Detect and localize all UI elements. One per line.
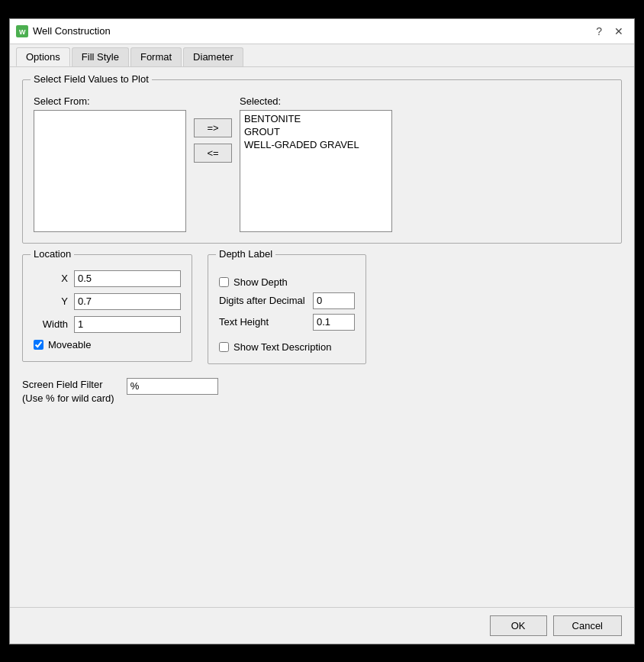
footer: OK Cancel	[10, 607, 634, 644]
text-height-row: Text Height	[219, 314, 355, 331]
select-fields-layout: Select From: => <= Selected: BENTONITE G…	[34, 95, 610, 232]
selected-listbox[interactable]: BENTONITE GROUT WELL-GRADED GRAVEL	[240, 110, 392, 232]
list-item: BENTONITE	[242, 112, 390, 125]
location-title: Location	[31, 248, 74, 260]
select-fields-group: Select Field Values to Plot Select From:…	[22, 79, 622, 244]
show-depth-row: Show Depth	[219, 276, 355, 288]
remove-button[interactable]: <=	[194, 144, 232, 163]
show-text-checkbox[interactable]	[219, 342, 229, 352]
selected-col: Selected: BENTONITE GROUT WELL-GRADED GR…	[240, 95, 392, 232]
bottom-section: Location X Y Width Moveable	[22, 254, 622, 364]
select-fields-title: Select Field Values to Plot	[31, 73, 152, 85]
tabs-bar: Options Fill Style Format Diameter	[10, 44, 634, 67]
app-icon: W	[16, 25, 28, 37]
digits-input[interactable]	[313, 292, 355, 309]
from-col: Select From:	[34, 95, 186, 232]
screen-filter-row: Screen Field Filter (Use % for wild card…	[22, 378, 622, 405]
width-label: Width	[34, 318, 68, 330]
text-height-input[interactable]	[313, 314, 355, 331]
screen-filter-label: Screen Field Filter (Use % for wild card…	[22, 378, 114, 405]
digits-row: Digits after Decimal	[219, 292, 355, 309]
digits-label: Digits after Decimal	[219, 295, 307, 306]
show-depth-checkbox[interactable]	[219, 277, 229, 287]
text-height-label: Text Height	[219, 316, 307, 328]
window-title: Well Construction	[33, 25, 587, 37]
screen-filter-section: Screen Field Filter (Use % for wild card…	[22, 378, 622, 405]
close-button[interactable]: ✕	[610, 24, 628, 39]
y-row: Y	[34, 293, 181, 310]
y-input[interactable]	[74, 293, 181, 310]
moveable-checkbox[interactable]	[34, 340, 43, 350]
cancel-button[interactable]: Cancel	[553, 615, 622, 636]
width-row: Width	[34, 316, 181, 333]
tab-fill-style[interactable]: Fill Style	[72, 47, 129, 66]
location-group: Location X Y Width Moveable	[22, 254, 192, 362]
tab-diameter[interactable]: Diameter	[183, 47, 243, 66]
depth-label-title: Depth Label	[216, 248, 275, 260]
main-content: Select Field Values to Plot Select From:…	[10, 67, 634, 607]
y-label: Y	[34, 295, 68, 307]
title-bar: W Well Construction ? ✕	[10, 19, 634, 44]
depth-inner: Show Depth Digits after Decimal Text Hei…	[219, 270, 355, 331]
main-window: W Well Construction ? ✕ Options Fill Sty…	[9, 18, 635, 644]
show-text-label: Show Text Description	[233, 341, 331, 353]
show-depth-label: Show Depth	[233, 276, 288, 288]
svg-text:W: W	[19, 28, 26, 36]
x-row: X	[34, 270, 181, 287]
x-input[interactable]	[74, 270, 181, 287]
add-button[interactable]: =>	[194, 118, 232, 137]
title-controls: ? ✕	[591, 24, 628, 39]
ok-button[interactable]: OK	[490, 615, 547, 636]
help-button[interactable]: ?	[591, 24, 607, 39]
show-text-row: Show Text Description	[219, 341, 355, 353]
width-input[interactable]	[74, 316, 181, 333]
arrow-buttons: => <=	[194, 95, 232, 163]
from-listbox[interactable]	[34, 110, 186, 232]
selected-label: Selected:	[240, 95, 392, 107]
from-label: Select From:	[34, 95, 186, 107]
list-item: GROUT	[242, 125, 390, 138]
screen-filter-input[interactable]	[127, 378, 218, 395]
x-label: X	[34, 273, 68, 284]
moveable-row: Moveable	[34, 339, 181, 350]
depth-label-group: Depth Label Show Depth Digits after Deci…	[208, 254, 366, 364]
moveable-label: Moveable	[48, 339, 91, 350]
tab-options[interactable]: Options	[16, 47, 70, 66]
tab-format[interactable]: Format	[130, 47, 182, 66]
list-item: WELL-GRADED GRAVEL	[242, 138, 390, 151]
